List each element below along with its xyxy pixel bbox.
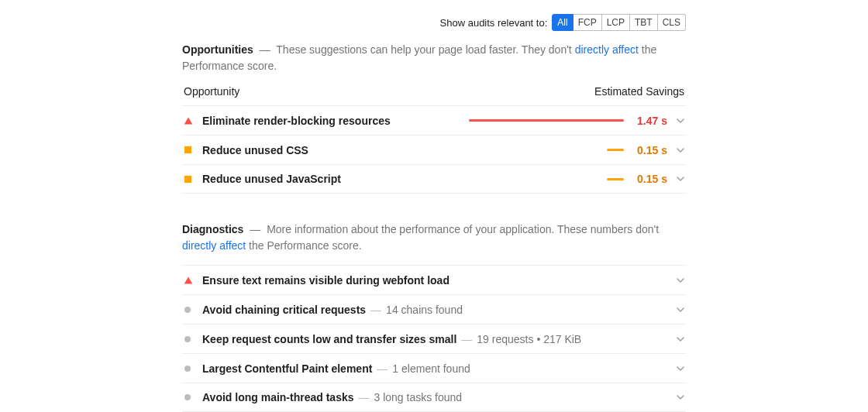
circle-grey-icon — [184, 365, 202, 373]
svg-point-5 — [184, 336, 191, 342]
circle-grey-icon — [184, 335, 202, 343]
diagnostic-title: Avoid chaining critical requests — [202, 304, 366, 316]
diagnostic-row[interactable]: Keep request counts low and transfer siz… — [182, 324, 686, 353]
opportunity-row[interactable]: Reduce unused CSS 0.15 s — [182, 135, 686, 164]
filter-pills: All FCP LCP TBT CLS — [552, 14, 686, 31]
savings-bar — [469, 178, 624, 180]
dash: — — [250, 223, 260, 235]
opportunities-header: Opportunities — These suggestions can he… — [182, 42, 686, 74]
diagnostics-title: Diagnostics — [182, 223, 243, 235]
diagnostics-desc-pre: More information about the performance o… — [267, 223, 659, 235]
opportunity-row[interactable]: Reduce unused JavaScript 0.15 s — [182, 164, 686, 194]
savings-bar — [469, 149, 624, 151]
filter-pill-fcp[interactable]: FCP — [574, 14, 602, 31]
opportunities-desc-pre: These suggestions can help your page loa… — [276, 43, 574, 56]
opportunities-columns: Opportunity Estimated Savings — [182, 85, 686, 98]
diagnostic-detail: 1 element found — [392, 362, 470, 375]
savings-value: 0.15 s — [630, 144, 667, 156]
opportunity-title: Reduce unused JavaScript — [202, 173, 341, 185]
opportunity-row[interactable]: Eliminate render-blocking resources 1.47… — [182, 105, 686, 135]
opportunity-title: Eliminate render-blocking resources — [202, 115, 391, 127]
diagnostic-row[interactable]: Avoid chaining critical requests — 14 ch… — [182, 294, 686, 324]
filter-pill-all[interactable]: All — [552, 14, 573, 31]
diagnostic-title: Largest Contentful Paint element — [202, 362, 372, 375]
chevron-down-icon[interactable] — [669, 333, 684, 345]
diagnostic-row[interactable]: Largest Contentful Paint element — 1 ele… — [182, 353, 686, 383]
filter-pill-tbt[interactable]: TBT — [630, 14, 658, 31]
diagnostics-desc-link[interactable]: directly affect — [182, 239, 246, 252]
svg-rect-2 — [184, 175, 191, 182]
chevron-down-icon[interactable] — [669, 391, 684, 403]
svg-marker-0 — [184, 117, 193, 124]
opportunities-title: Opportunities — [182, 43, 253, 56]
diagnostic-title: Keep request counts low and transfer siz… — [202, 333, 456, 345]
diagnostic-detail: 14 chains found — [386, 304, 463, 316]
diagnostic-title: Avoid long main-thread tasks — [202, 391, 354, 403]
opportunities-desc-link[interactable]: directly affect — [575, 43, 639, 56]
filter-pill-lcp[interactable]: LCP — [602, 14, 630, 31]
col-opportunity: Opportunity — [184, 85, 239, 98]
diagnostics-desc-post: the Performance score. — [246, 239, 361, 252]
circle-grey-icon — [184, 306, 202, 314]
square-orange-icon — [184, 175, 202, 184]
chevron-down-icon[interactable] — [669, 173, 684, 185]
savings-value: 1.47 s — [630, 115, 667, 127]
filter-pill-cls[interactable]: CLS — [658, 14, 686, 31]
audit-filter-row: Show audits relevant to: All FCP LCP TBT… — [182, 14, 686, 31]
savings-value: 0.15 s — [630, 173, 667, 185]
chevron-down-icon[interactable] — [669, 274, 684, 287]
svg-point-7 — [184, 394, 191, 400]
triangle-red-icon — [184, 276, 202, 285]
col-savings: Estimated Savings — [594, 85, 684, 98]
diagnostic-row[interactable]: Ensure text remains visible during webfo… — [182, 265, 686, 294]
svg-rect-1 — [184, 146, 191, 153]
diagnostic-row[interactable]: Avoid long main-thread tasks — 3 long ta… — [182, 383, 686, 412]
diagnostic-detail: 19 requests • 217 KiB — [477, 333, 581, 345]
svg-marker-3 — [184, 276, 193, 283]
chevron-down-icon[interactable] — [669, 362, 684, 375]
diagnostics-header: Diagnostics — More information about the… — [182, 221, 686, 254]
dash: — — [260, 43, 270, 56]
chevron-down-icon[interactable] — [669, 304, 684, 316]
chevron-down-icon[interactable] — [669, 144, 684, 156]
circle-grey-icon — [184, 393, 202, 401]
square-orange-icon — [184, 146, 202, 154]
chevron-down-icon[interactable] — [669, 115, 684, 127]
diagnostic-detail: 3 long tasks found — [374, 391, 463, 403]
svg-point-6 — [184, 366, 191, 372]
diagnostic-title: Ensure text remains visible during webfo… — [202, 274, 450, 287]
savings-bar — [469, 119, 624, 122]
filter-label: Show audits relevant to: — [440, 17, 548, 29]
svg-point-4 — [184, 307, 191, 313]
opportunity-title: Reduce unused CSS — [202, 144, 308, 156]
triangle-red-icon — [184, 116, 202, 125]
